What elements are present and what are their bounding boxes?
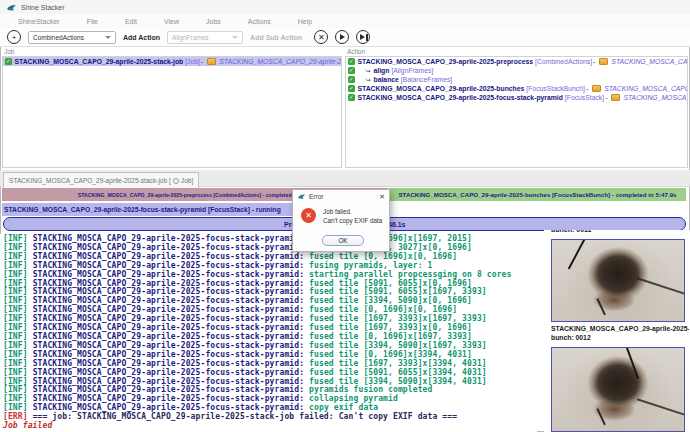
action-type-select[interactable]: CombinedActions [28, 31, 116, 44]
tab-label: STACKING_MOSCA_CAPO_29-aprile-2025-stack… [9, 177, 171, 184]
fly-photo [552, 240, 684, 321]
tab-bar: STACKING_MOSCA_CAPO_29-aprile-2025-stack… [0, 170, 690, 187]
action-path: STACKING_MOSCA_CAPO_29-aprile-202 [623, 94, 687, 101]
status-bar-pyramid: STACKING_MOSCA_CAPO_29-aprile-2025-focus… [2, 203, 333, 216]
job-panel-header: Job [4, 48, 14, 55]
check-icon: ✓ [5, 58, 12, 65]
app-icon [297, 193, 306, 200]
caption-line-1: STACKING_MOSCA_CAPO_29-aprile-2025-bur [551, 325, 689, 334]
tab-stack-job[interactable]: STACKING_MOSCA_CAPO_29-aprile-2025-stack… [3, 172, 199, 188]
leg-detail [596, 408, 606, 426]
leg-detail [596, 299, 606, 317]
add-action-button[interactable]: Add Action [123, 34, 160, 41]
sub-action-type-value: AlignFrames [172, 34, 208, 41]
leg-detail [637, 398, 685, 415]
separator: - [593, 58, 595, 65]
action-name: STACKING_MOSCA_CAPO_29-aprile-2025-bunch… [358, 85, 525, 92]
separator: - [201, 58, 203, 65]
add-sub-action-button: Add Sub Action [250, 34, 302, 41]
status-text: STACKING_MOSCA_CAPO_29-aprile-2025-bunch… [398, 191, 676, 198]
action-type-value: CombinedActions [33, 34, 84, 41]
action-row[interactable]: ✓ ↪ balance [BalanceFrames] [346, 75, 687, 84]
action-name: STACKING_MOSCA_CAPO_29-aprile-2025-prepr… [358, 58, 534, 65]
window-title: Shine Stacker [21, 4, 65, 11]
check-icon: ✓ [348, 94, 355, 101]
menu-shinestacker[interactable]: ShineStacker [18, 18, 60, 25]
title-bar: Shine Stacker [0, 0, 690, 14]
preview-panel: bunch: 0011 STACKING_MOSCA_CAPO_29-april… [544, 230, 690, 432]
action-row[interactable]: ✓ STACKING_MOSCA_CAPO_29-aprile-2025-foc… [346, 93, 687, 102]
sub-arrow-icon: ↪ [366, 67, 371, 74]
menu-actions[interactable]: Actions [248, 18, 271, 25]
menu-help[interactable]: Help [298, 18, 312, 25]
sub-action-type-select: AlignFrames [167, 31, 243, 44]
caption-line-2: bunch: 0012 [551, 334, 689, 343]
action-list: ✓ STACKING_MOSCA_CAPO_29-aprile-2025-pre… [345, 56, 688, 168]
action-type: [FocusStackBunch] [526, 85, 585, 92]
add-job-icon[interactable]: + [7, 30, 21, 44]
bar-icon [366, 34, 368, 41]
sub-arrow-icon: ↪ [366, 76, 371, 83]
chevron-down-icon [105, 36, 111, 39]
stop-button[interactable]: ✕ [314, 30, 328, 44]
antenna-detail [567, 239, 585, 270]
error-message-line2: Can't copy EXIF data [323, 216, 382, 225]
tab-label: Job] [181, 177, 193, 184]
action-panel-header: Action [347, 48, 365, 55]
log-console: [INF] STACKING_MOSCA_CAPO_29-aprile-2025… [0, 234, 537, 432]
shine-stacker-window: Shine Stacker ShineStacker File Edit Vie… [0, 0, 690, 432]
error-dialog: Error ✕ ✕ Job failed. Can't copy EXIF da… [292, 189, 390, 252]
clock-icon [173, 178, 179, 184]
action-row[interactable]: ✓ ↪ align [AlignFrames] [346, 66, 687, 75]
app-icon [6, 3, 17, 12]
ok-button[interactable]: OK [322, 235, 364, 246]
action-name: align [374, 67, 390, 74]
check-icon: ✓ [348, 67, 355, 74]
menu-bar: ShineStacker File Edit View Jobs Actions… [0, 14, 690, 28]
chevron-down-icon [232, 36, 238, 39]
preview-image-1 [551, 239, 685, 322]
run-all-button[interactable] [356, 30, 370, 44]
menu-file[interactable]: File [87, 18, 98, 25]
job-row[interactable]: ✓ STACKING_MOSCA_CAPO_29-aprile-2025-sta… [3, 57, 341, 66]
ok-label: OK [338, 237, 347, 244]
action-row[interactable]: ✓ STACKING_MOSCA_CAPO_29-aprile-2025-bun… [346, 84, 687, 93]
separator: - [605, 94, 607, 101]
check-icon: ✓ [348, 85, 355, 92]
error-dialog-title: Error [309, 193, 376, 200]
close-icon[interactable]: ✕ [379, 193, 385, 201]
log-error-line: [ERR] === job: STACKING_MOSCA_CAPO_29-ap… [3, 413, 537, 422]
separator: - [586, 85, 588, 92]
check-icon: ✓ [348, 58, 355, 65]
error-icon: ✕ [301, 208, 316, 223]
caption-text: bunch: 0011 [551, 230, 671, 233]
status-text: STACKING_MOSCA_CAPO_29-aprile-2025-prepr… [78, 192, 312, 198]
action-row[interactable]: ✓ STACKING_MOSCA_CAPO_29-aprile-2025-pre… [346, 57, 687, 66]
leg-detail [637, 277, 685, 294]
error-message-line1: Job failed. [323, 207, 382, 216]
action-path: STACKING_MOSCA_CAPO_29-aprile-2025-prep [604, 85, 687, 92]
status-bar-bunches: STACKING_MOSCA_CAPO_29-aprile-2025-bunch… [389, 188, 686, 201]
play-icon [340, 34, 345, 40]
action-name: balance [374, 76, 399, 83]
folder-icon [611, 94, 620, 101]
status-text: STACKING_MOSCA_CAPO_29-aprile-2025-focus… [4, 206, 281, 213]
toolbar: + CombinedActions Add Action AlignFrames… [0, 28, 690, 47]
play-icon [360, 34, 365, 40]
run-button[interactable] [335, 30, 349, 44]
job-type: [Job] [185, 58, 200, 65]
preview-image-2 [551, 347, 685, 432]
action-type: [FocusStack] [565, 94, 604, 101]
menu-edit[interactable]: Edit [125, 18, 137, 25]
job-path: STACKING_MOSCA_CAPO_29-aprile-2025 [219, 58, 341, 65]
folder-icon [592, 85, 601, 92]
progress-text-right: 46.1s [388, 221, 406, 228]
preview-caption: STACKING_MOSCA_CAPO_29-aprile-2025-bur b… [551, 325, 689, 342]
error-dialog-body: ✕ Job failed. Can't copy EXIF data [293, 203, 389, 225]
menu-view[interactable]: View [164, 18, 179, 25]
menu-jobs[interactable]: Jobs [206, 18, 221, 25]
error-message: Job failed. Can't copy EXIF data [323, 206, 382, 225]
job-name: STACKING_MOSCA_CAPO_29-aprile-2025-stack… [15, 58, 184, 65]
error-dialog-titlebar[interactable]: Error ✕ [293, 190, 389, 203]
folder-icon [207, 58, 216, 65]
